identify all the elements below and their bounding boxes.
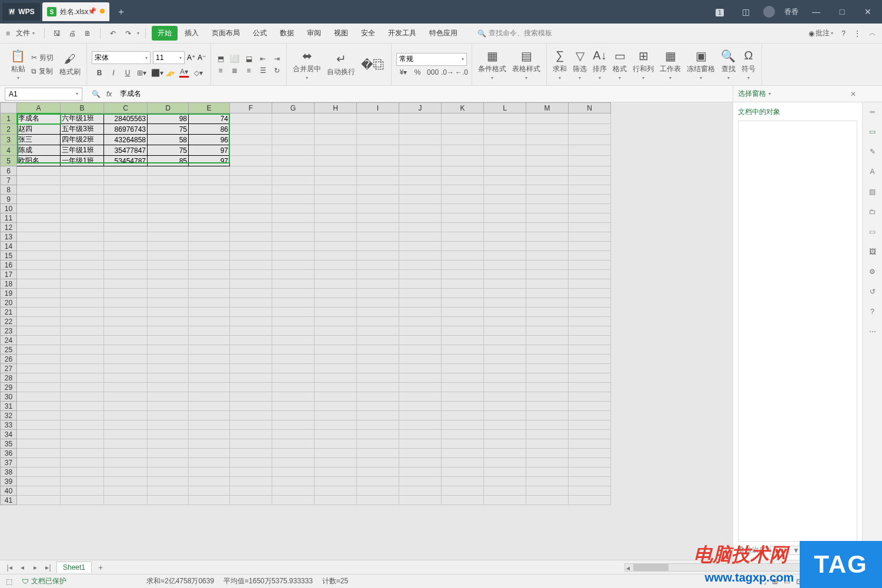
cell[interactable] bbox=[399, 124, 442, 135]
select-all-corner[interactable] bbox=[1, 103, 17, 113]
cell[interactable] bbox=[442, 176, 484, 185]
align-top-icon[interactable]: ⬒ bbox=[216, 55, 225, 63]
cell[interactable] bbox=[104, 213, 148, 223]
cell[interactable] bbox=[189, 439, 230, 449]
cell[interactable] bbox=[484, 242, 526, 251]
cell[interactable] bbox=[315, 223, 357, 232]
cell[interactable] bbox=[104, 486, 148, 496]
symbol-button[interactable]: Ω符号▾ bbox=[740, 48, 757, 82]
cell[interactable] bbox=[484, 402, 526, 411]
cell[interactable] bbox=[569, 477, 611, 486]
cell[interactable] bbox=[148, 364, 189, 373]
cell[interactable] bbox=[104, 223, 148, 232]
decrease-font-icon[interactable]: A⁻ bbox=[198, 54, 206, 62]
cell[interactable] bbox=[104, 496, 148, 505]
filter-button[interactable]: ▽筛选▾ bbox=[572, 48, 588, 82]
document-tab[interactable]: S 姓名.xlsx 📌 bbox=[42, 2, 109, 21]
cell[interactable] bbox=[272, 373, 315, 383]
cell[interactable] bbox=[61, 298, 104, 308]
cell[interactable] bbox=[315, 298, 357, 308]
col-header[interactable]: D bbox=[148, 103, 189, 113]
cell[interactable] bbox=[484, 204, 526, 213]
cell[interactable] bbox=[569, 124, 611, 135]
cell[interactable] bbox=[526, 326, 569, 336]
cell[interactable] bbox=[569, 223, 611, 232]
cell[interactable] bbox=[17, 449, 61, 458]
cell[interactable] bbox=[399, 135, 442, 145]
cell[interactable] bbox=[442, 124, 484, 135]
cell[interactable] bbox=[148, 336, 189, 345]
cell[interactable] bbox=[104, 308, 148, 317]
cell[interactable] bbox=[526, 449, 569, 458]
cell[interactable] bbox=[484, 317, 526, 326]
cell[interactable] bbox=[315, 486, 357, 496]
cell[interactable] bbox=[526, 232, 569, 242]
cell[interactable] bbox=[484, 496, 526, 505]
cell[interactable] bbox=[484, 308, 526, 317]
cell[interactable] bbox=[484, 439, 526, 449]
bring-forward-button[interactable]: ▲ bbox=[770, 546, 785, 555]
cell[interactable] bbox=[315, 260, 357, 270]
cell[interactable] bbox=[315, 308, 357, 317]
cell[interactable] bbox=[148, 176, 189, 185]
cell[interactable] bbox=[484, 251, 526, 260]
cell[interactable] bbox=[148, 383, 189, 392]
cell[interactable] bbox=[484, 166, 526, 176]
row-header[interactable]: 9 bbox=[1, 195, 17, 204]
cell[interactable] bbox=[189, 317, 230, 326]
cell[interactable] bbox=[315, 439, 357, 449]
table-style-button[interactable]: ▤表格样式▾ bbox=[511, 48, 542, 82]
cell[interactable] bbox=[189, 430, 230, 439]
row-header[interactable]: 35 bbox=[1, 439, 17, 449]
cell[interactable] bbox=[104, 251, 148, 260]
cell[interactable] bbox=[569, 279, 611, 289]
cell[interactable] bbox=[315, 213, 357, 223]
cell[interactable] bbox=[357, 242, 399, 251]
cell[interactable] bbox=[526, 336, 569, 345]
cell[interactable] bbox=[569, 336, 611, 345]
cell[interactable] bbox=[442, 270, 484, 279]
cell[interactable] bbox=[442, 195, 484, 204]
cell[interactable] bbox=[104, 439, 148, 449]
cell[interactable] bbox=[569, 156, 611, 166]
image-tool-icon[interactable]: 🖼 bbox=[867, 246, 878, 258]
cell[interactable] bbox=[442, 317, 484, 326]
indent-decrease-icon[interactable]: ⇤ bbox=[258, 55, 268, 63]
row-header[interactable]: 26 bbox=[1, 355, 17, 364]
cell[interactable] bbox=[399, 373, 442, 383]
print-direct-icon[interactable]: 🖨 bbox=[66, 27, 79, 40]
thousands-icon[interactable]: 000 bbox=[427, 68, 436, 76]
row-header[interactable]: 8 bbox=[1, 185, 17, 195]
cell[interactable] bbox=[230, 308, 272, 317]
cell[interactable] bbox=[272, 364, 315, 373]
cell[interactable] bbox=[399, 345, 442, 355]
fill-dropdown[interactable]: ⬛▾ bbox=[151, 69, 161, 77]
cell[interactable] bbox=[357, 467, 399, 477]
cell[interactable] bbox=[17, 195, 61, 204]
horizontal-scrollbar[interactable]: ◂▸ bbox=[624, 563, 877, 572]
cell[interactable] bbox=[399, 289, 442, 298]
row-header[interactable]: 39 bbox=[1, 477, 17, 486]
cell[interactable] bbox=[484, 223, 526, 232]
col-header[interactable]: C bbox=[104, 103, 148, 113]
find-button[interactable]: 🔍查找▾ bbox=[720, 48, 737, 82]
cell[interactable] bbox=[17, 308, 61, 317]
cell[interactable] bbox=[148, 232, 189, 242]
cell[interactable] bbox=[399, 364, 442, 373]
cell[interactable] bbox=[17, 166, 61, 176]
cell[interactable] bbox=[357, 232, 399, 242]
cell[interactable] bbox=[526, 345, 569, 355]
cell[interactable] bbox=[104, 477, 148, 486]
cell[interactable] bbox=[526, 430, 569, 439]
cell[interactable] bbox=[61, 411, 104, 420]
cell[interactable] bbox=[230, 449, 272, 458]
close-pane-icon[interactable]: ✕ bbox=[850, 90, 856, 98]
cell[interactable] bbox=[189, 298, 230, 308]
cell[interactable] bbox=[272, 317, 315, 326]
cell[interactable] bbox=[569, 166, 611, 176]
cell[interactable] bbox=[17, 213, 61, 223]
cell[interactable] bbox=[357, 145, 399, 156]
cell[interactable] bbox=[526, 496, 569, 505]
cell[interactable] bbox=[189, 185, 230, 195]
row-header[interactable]: 23 bbox=[1, 326, 17, 336]
